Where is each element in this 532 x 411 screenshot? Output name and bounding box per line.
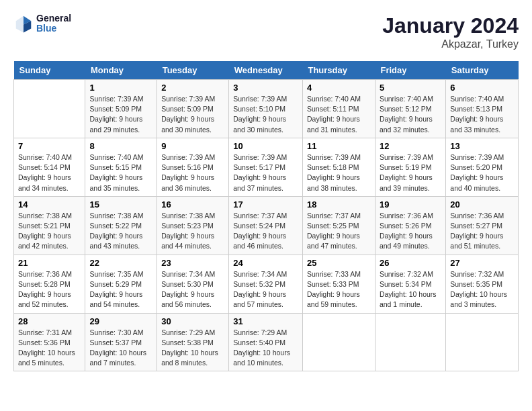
calendar-cell: 7Sunrise: 7:40 AMSunset: 5:14 PMDaylight…	[14, 138, 85, 196]
calendar-cell: 12Sunrise: 7:39 AMSunset: 5:19 PMDayligh…	[375, 138, 445, 196]
day-info: Sunrise: 7:36 AMSunset: 5:27 PMDaylight:…	[450, 211, 514, 252]
day-number: 1	[89, 83, 152, 93]
calendar-cell: 4Sunrise: 7:40 AMSunset: 5:11 PMDaylight…	[302, 80, 375, 138]
calendar-header-row: SundayMondayTuesdayWednesdayThursdayFrid…	[14, 61, 519, 80]
day-number: 9	[161, 141, 224, 151]
calendar-week-1: 1Sunrise: 7:39 AMSunset: 5:09 PMDaylight…	[14, 80, 519, 138]
day-number: 21	[18, 258, 81, 268]
calendar-cell: 2Sunrise: 7:39 AMSunset: 5:09 PMDaylight…	[157, 80, 229, 138]
calendar-body: 1Sunrise: 7:39 AMSunset: 5:09 PMDaylight…	[14, 80, 519, 371]
day-info: Sunrise: 7:40 AMSunset: 5:13 PMDaylight:…	[450, 94, 514, 135]
day-number: 31	[233, 316, 298, 326]
page-subtitle: Akpazar, Turkey	[382, 38, 519, 50]
calendar-cell: 8Sunrise: 7:40 AMSunset: 5:15 PMDaylight…	[85, 138, 157, 196]
calendar-cell: 1Sunrise: 7:39 AMSunset: 5:09 PMDaylight…	[85, 80, 157, 138]
day-info: Sunrise: 7:40 AMSunset: 5:11 PMDaylight:…	[307, 94, 371, 135]
calendar-cell: 11Sunrise: 7:39 AMSunset: 5:18 PMDayligh…	[302, 138, 375, 196]
calendar-cell: 30Sunrise: 7:29 AMSunset: 5:38 PMDayligh…	[157, 313, 229, 371]
calendar-week-3: 14Sunrise: 7:38 AMSunset: 5:21 PMDayligh…	[14, 196, 519, 255]
day-info: Sunrise: 7:40 AMSunset: 5:14 PMDaylight:…	[18, 152, 81, 193]
logo-icon	[13, 13, 34, 34]
day-header-tuesday: Tuesday	[157, 61, 229, 80]
logo: General Blue	[13, 13, 71, 34]
day-info: Sunrise: 7:30 AMSunset: 5:37 PMDaylight:…	[89, 328, 152, 369]
day-header-thursday: Thursday	[302, 61, 375, 80]
calendar-cell: 5Sunrise: 7:40 AMSunset: 5:12 PMDaylight…	[375, 80, 445, 138]
day-number: 17	[233, 199, 298, 210]
day-info: Sunrise: 7:31 AMSunset: 5:36 PMDaylight:…	[18, 328, 81, 369]
day-info: Sunrise: 7:38 AMSunset: 5:22 PMDaylight:…	[89, 211, 152, 252]
day-info: Sunrise: 7:39 AMSunset: 5:20 PMDaylight:…	[450, 152, 514, 193]
day-info: Sunrise: 7:34 AMSunset: 5:30 PMDaylight:…	[161, 269, 224, 310]
calendar-cell	[375, 313, 445, 371]
day-header-sunday: Sunday	[14, 61, 85, 80]
day-info: Sunrise: 7:37 AMSunset: 5:25 PMDaylight:…	[307, 211, 371, 252]
calendar-cell: 9Sunrise: 7:39 AMSunset: 5:16 PMDaylight…	[157, 138, 229, 196]
calendar-cell: 21Sunrise: 7:36 AMSunset: 5:28 PMDayligh…	[14, 255, 85, 313]
calendar-cell: 24Sunrise: 7:34 AMSunset: 5:32 PMDayligh…	[229, 255, 303, 313]
calendar-cell: 17Sunrise: 7:37 AMSunset: 5:24 PMDayligh…	[229, 196, 303, 255]
day-number: 18	[307, 199, 371, 210]
calendar-cell: 18Sunrise: 7:37 AMSunset: 5:25 PMDayligh…	[302, 196, 375, 255]
day-info: Sunrise: 7:35 AMSunset: 5:29 PMDaylight:…	[89, 269, 152, 310]
day-number: 8	[89, 141, 152, 151]
day-info: Sunrise: 7:29 AMSunset: 5:40 PMDaylight:…	[233, 328, 298, 369]
day-header-monday: Monday	[85, 61, 157, 80]
calendar-week-4: 21Sunrise: 7:36 AMSunset: 5:28 PMDayligh…	[14, 255, 519, 313]
day-info: Sunrise: 7:39 AMSunset: 5:17 PMDaylight:…	[233, 152, 298, 193]
day-number: 25	[307, 258, 371, 268]
day-number: 2	[161, 83, 224, 93]
calendar-cell: 31Sunrise: 7:29 AMSunset: 5:40 PMDayligh…	[229, 313, 303, 371]
calendar-week-2: 7Sunrise: 7:40 AMSunset: 5:14 PMDaylight…	[14, 138, 519, 196]
day-header-friday: Friday	[375, 61, 445, 80]
day-number: 30	[161, 316, 224, 326]
day-number: 23	[161, 258, 224, 268]
day-info: Sunrise: 7:39 AMSunset: 5:09 PMDaylight:…	[89, 94, 152, 135]
calendar-cell: 14Sunrise: 7:38 AMSunset: 5:21 PMDayligh…	[14, 196, 85, 255]
day-info: Sunrise: 7:36 AMSunset: 5:26 PMDaylight:…	[380, 211, 441, 252]
day-header-saturday: Saturday	[446, 61, 519, 80]
page-header: General Blue January 2024 Akpazar, Turke…	[13, 13, 519, 50]
day-number: 20	[450, 199, 514, 210]
calendar-cell	[446, 313, 519, 371]
day-number: 11	[307, 141, 371, 151]
calendar-cell: 13Sunrise: 7:39 AMSunset: 5:20 PMDayligh…	[446, 138, 519, 196]
day-number: 3	[233, 83, 298, 93]
day-number: 14	[18, 199, 81, 210]
day-number: 29	[89, 316, 152, 326]
day-info: Sunrise: 7:39 AMSunset: 5:09 PMDaylight:…	[161, 94, 224, 135]
day-info: Sunrise: 7:32 AMSunset: 5:35 PMDaylight:…	[450, 269, 514, 310]
logo-line1: General	[36, 13, 71, 24]
calendar-cell: 22Sunrise: 7:35 AMSunset: 5:29 PMDayligh…	[85, 255, 157, 313]
day-number: 28	[18, 316, 81, 326]
calendar-cell: 23Sunrise: 7:34 AMSunset: 5:30 PMDayligh…	[157, 255, 229, 313]
day-info: Sunrise: 7:32 AMSunset: 5:34 PMDaylight:…	[380, 269, 441, 310]
day-number: 15	[89, 199, 152, 210]
calendar-cell: 19Sunrise: 7:36 AMSunset: 5:26 PMDayligh…	[375, 196, 445, 255]
calendar-cell	[302, 313, 375, 371]
calendar-cell: 15Sunrise: 7:38 AMSunset: 5:22 PMDayligh…	[85, 196, 157, 255]
day-info: Sunrise: 7:36 AMSunset: 5:28 PMDaylight:…	[18, 269, 81, 310]
day-info: Sunrise: 7:39 AMSunset: 5:10 PMDaylight:…	[233, 94, 298, 135]
title-block: January 2024 Akpazar, Turkey	[382, 13, 519, 50]
day-number: 19	[380, 199, 441, 210]
day-info: Sunrise: 7:29 AMSunset: 5:38 PMDaylight:…	[161, 328, 224, 369]
day-info: Sunrise: 7:38 AMSunset: 5:23 PMDaylight:…	[161, 211, 224, 252]
calendar-week-5: 28Sunrise: 7:31 AMSunset: 5:36 PMDayligh…	[14, 313, 519, 371]
logo-text: General Blue	[36, 13, 71, 34]
day-info: Sunrise: 7:39 AMSunset: 5:19 PMDaylight:…	[380, 152, 441, 193]
calendar-cell: 29Sunrise: 7:30 AMSunset: 5:37 PMDayligh…	[85, 313, 157, 371]
calendar-cell: 28Sunrise: 7:31 AMSunset: 5:36 PMDayligh…	[14, 313, 85, 371]
day-info: Sunrise: 7:34 AMSunset: 5:32 PMDaylight:…	[233, 269, 298, 310]
calendar-cell: 6Sunrise: 7:40 AMSunset: 5:13 PMDaylight…	[446, 80, 519, 138]
day-number: 16	[161, 199, 224, 210]
day-number: 6	[450, 83, 514, 93]
day-number: 27	[450, 258, 514, 268]
calendar-cell: 10Sunrise: 7:39 AMSunset: 5:17 PMDayligh…	[229, 138, 303, 196]
day-header-wednesday: Wednesday	[229, 61, 303, 80]
calendar-cell: 27Sunrise: 7:32 AMSunset: 5:35 PMDayligh…	[446, 255, 519, 313]
day-info: Sunrise: 7:38 AMSunset: 5:21 PMDaylight:…	[18, 211, 81, 252]
page-title: January 2024	[382, 13, 519, 38]
calendar-cell	[14, 80, 85, 138]
day-number: 4	[307, 83, 371, 93]
